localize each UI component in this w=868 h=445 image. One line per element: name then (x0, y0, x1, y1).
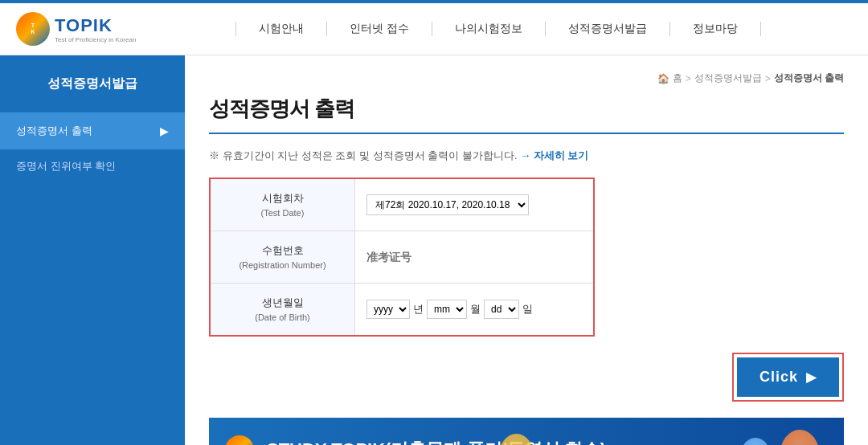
logo-topik: TOPIK (55, 15, 136, 36)
nav-item-info[interactable]: 정보마당 (670, 22, 761, 36)
form-row-test-date: 시험회차 (Test Date) 제72회 2020.10.17, 2020.1… (211, 179, 593, 231)
logo-text: TOPIK Test of Proficiency in Korean (55, 15, 136, 43)
test-date-select[interactable]: 제72회 2020.10.17, 2020.10.18 (366, 194, 529, 215)
registration-number-input[interactable] (366, 251, 495, 263)
nav-item-internet-apply[interactable]: 인터넷 접수 (327, 22, 432, 36)
form-label-dob: 생년월일 (Date of Birth) (211, 284, 355, 335)
page-title: 성적증명서 출력 (209, 95, 844, 134)
sidebar-arrow-icon: ▶ (160, 125, 169, 137)
study-topik-banner[interactable]: TK STUDY TOPIK(기출문제 풀기/동영상 학습) → (209, 418, 844, 445)
banner-logo-area: TK (225, 435, 254, 445)
nav-item-my-exam[interactable]: 나의시험정보 (432, 22, 546, 36)
form-label-reg-number: 수험번호 (Registration Number) (211, 231, 355, 283)
sidebar-title: 성적증명서발급 (0, 55, 185, 112)
form-row-reg-number: 수험번호 (Registration Number) (211, 231, 593, 284)
nav-item-certificate[interactable]: 성적증명서발급 (546, 22, 670, 36)
dob-day-unit: 일 (522, 302, 533, 316)
dob-year-select[interactable]: yyyy (366, 300, 410, 319)
click-button-wrapper: Click ▶ (732, 353, 844, 402)
banner-logo: TK (225, 435, 254, 445)
click-button-area: Click ▶ (209, 353, 844, 402)
sidebar-item-certificate-print[interactable]: 성적증명서 출력 ▶ (0, 112, 185, 149)
logo-circle: TK (16, 12, 50, 46)
logo-area: TK TOPIK Test of Proficiency in Korean (16, 12, 145, 46)
main-nav: 시험안내 인터넷 접수 나의시험정보 성적증명서발급 정보마당 (145, 22, 852, 36)
form-row-dob: 생년월일 (Date of Birth) yyyy 년 mm 월 (211, 284, 593, 335)
main-container: 성적증명서발급 성적증명서 출력 ▶ 증명서 진위여부 확인 🏠 홈 > 성적증… (0, 55, 868, 445)
breadcrumb-sep2: > (765, 73, 771, 84)
click-button-label: Click (760, 369, 798, 386)
sidebar: 성적증명서발급 성적증명서 출력 ▶ 증명서 진위여부 확인 (0, 55, 185, 445)
notice-link[interactable]: → 자세히 보기 (520, 149, 588, 161)
dob-year-unit: 년 (413, 302, 424, 316)
click-button[interactable]: Click ▶ (737, 357, 839, 397)
breadcrumb-home: 홈 (673, 71, 682, 85)
dob-fields: yyyy 년 mm 월 dd 일 (366, 300, 533, 319)
breadcrumb-home-icon: 🏠 (657, 73, 669, 84)
dob-month-unit: 월 (470, 302, 481, 316)
sidebar-item-verify[interactable]: 증명서 진위여부 확인 (0, 149, 185, 183)
form-value-test-date: 제72회 2020.10.17, 2020.10.18 (355, 179, 593, 231)
content-area: 🏠 홈 > 성적증명서발급 > 성적증명서 출력 성적증명서 출력 ※ 유효기간… (185, 55, 868, 445)
breadcrumb: 🏠 홈 > 성적증명서발급 > 성적증명서 출력 (209, 71, 844, 85)
sidebar-item-label-1: 성적증명서 출력 (16, 124, 92, 138)
form-value-reg-number (355, 231, 593, 283)
banner-arrow-icon: → (619, 441, 635, 446)
notice-text: ※ 유효기간이 지난 성적은 조회 및 성적증명서 출력이 불가합니다. → 자… (209, 149, 844, 163)
breadcrumb-sep1: > (686, 73, 691, 84)
breadcrumb-current: 성적증명서 출력 (774, 71, 844, 85)
banner-text: STUDY TOPIK(기출문제 풀기/동영상 학습) (267, 438, 606, 445)
logo-sub: Test of Proficiency in Korean (55, 36, 136, 43)
breadcrumb-level1: 성적증명서발급 (694, 71, 762, 85)
form-value-dob: yyyy 년 mm 월 dd 일 (355, 284, 593, 335)
header: TK TOPIK Test of Proficiency in Korean 시… (0, 3, 868, 55)
click-button-arrow-icon: ▶ (806, 369, 817, 385)
form-box: 시험회차 (Test Date) 제72회 2020.10.17, 2020.1… (209, 178, 595, 337)
nav-item-exam-info[interactable]: 시험안내 (235, 22, 327, 36)
dob-month-select[interactable]: mm (427, 300, 467, 319)
form-label-test-date: 시험회차 (Test Date) (211, 179, 355, 231)
dob-day-select[interactable]: dd (484, 300, 519, 319)
